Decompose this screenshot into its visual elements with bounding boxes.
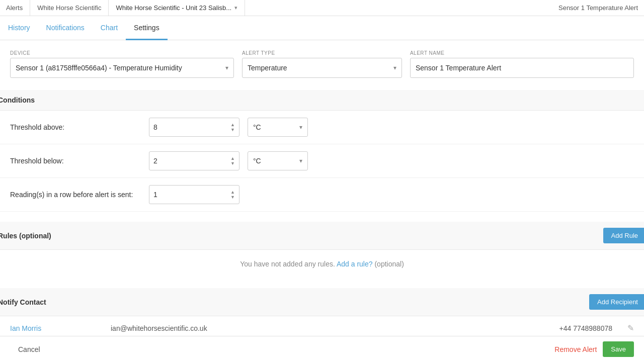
alert-type-select-arrow: ▾ [393, 64, 396, 71]
alert-name-field-group: ALERT NAME [410, 50, 634, 78]
threshold-above-down[interactable]: ▼ [230, 128, 235, 132]
tab-notifications[interactable]: Notifications [38, 17, 93, 40]
tab-settings[interactable]: Settings [126, 17, 168, 40]
alert-type-field-group: ALERT TYPE Temperature ▾ [242, 50, 402, 78]
threshold-above-label: Threshold above: [10, 123, 141, 131]
threshold-above-row: Threshold above: ▲ ▼ °C ▾ [0, 111, 644, 144]
device-select[interactable]: Sensor 1 (a81758fffe0566a4) - Temperatur… [10, 58, 234, 78]
threshold-below-row: Threshold below: ▲ ▼ °C ▾ [0, 144, 644, 178]
threshold-above-up[interactable]: ▲ [230, 123, 235, 127]
readings-row: Reading(s) in a row before alert is sent… [0, 178, 644, 212]
tab-history[interactable]: History [8, 17, 38, 40]
nav-item-alerts[interactable]: Alerts [6, 0, 30, 16]
threshold-below-label: Threshold below: [10, 157, 141, 165]
threshold-below-unit-arrow: ▾ [299, 157, 302, 164]
threshold-below-input-wrapper: ▲ ▼ [149, 151, 239, 170]
add-recipient-button[interactable]: Add Recipient [589, 294, 644, 310]
notify-header: Notify Contact Add Recipient [0, 288, 644, 316]
readings-input[interactable] [153, 191, 230, 199]
alert-type-label: ALERT TYPE [242, 50, 402, 56]
device-label: DEVICE [10, 50, 234, 56]
top-nav: Alerts White Horse Scientific White Hors… [0, 0, 644, 16]
contact-phone-ian: +44 7748988078 [527, 324, 627, 332]
rules-empty-message: You have not added any rules. Add a rule… [0, 250, 644, 278]
threshold-below-unit-select[interactable]: °C ▾ [248, 151, 308, 170]
device-field-group: DEVICE Sensor 1 (a81758fffe0566a4) - Tem… [10, 50, 234, 78]
threshold-below-up[interactable]: ▲ [230, 156, 235, 161]
threshold-above-input[interactable] [153, 123, 230, 131]
alert-name-label: ALERT NAME [410, 50, 634, 56]
remove-alert-button[interactable]: Remove Alert [554, 345, 597, 353]
nav-item-unit[interactable]: White Horse Scientific - Unit 23 Salisb.… [109, 0, 245, 16]
device-select-arrow: ▾ [225, 64, 228, 71]
edit-contact-ian[interactable]: ✎ [627, 323, 634, 333]
readings-input-wrapper: ▲ ▼ [149, 185, 239, 204]
cancel-button[interactable]: Cancel [10, 341, 48, 357]
threshold-below-input[interactable] [153, 157, 230, 165]
footer: Cancel Remove Alert Save [0, 336, 644, 362]
add-rule-link[interactable]: Add a rule? [337, 260, 373, 268]
rules-header: Rules (optional) Add Rule [0, 222, 644, 250]
nav-item-company[interactable]: White Horse Scientific [30, 0, 109, 16]
threshold-above-input-wrapper: ▲ ▼ [149, 118, 239, 137]
alert-type-select[interactable]: Temperature ▾ [242, 58, 402, 78]
threshold-below-down[interactable]: ▼ [230, 161, 235, 166]
add-rule-button[interactable]: Add Rule [603, 228, 644, 243]
readings-label: Reading(s) in a row before alert is sent… [10, 191, 141, 199]
unit-dropdown-icon: ▾ [234, 5, 237, 11]
conditions-header: Conditions [0, 90, 644, 111]
alert-name-input[interactable] [410, 58, 634, 78]
field-row: DEVICE Sensor 1 (a81758fffe0566a4) - Tem… [10, 50, 634, 78]
save-button[interactable]: Save [603, 341, 634, 357]
readings-down[interactable]: ▼ [230, 195, 235, 200]
main-content: DEVICE Sensor 1 (a81758fffe0566a4) - Tem… [0, 40, 644, 362]
conditions-section: Conditions Threshold above: ▲ ▼ °C ▾ Thr… [0, 90, 644, 212]
threshold-above-unit-arrow: ▾ [299, 124, 302, 131]
tab-chart[interactable]: Chart [93, 17, 126, 40]
contact-name-ian[interactable]: Ian Morris [10, 324, 111, 332]
readings-up[interactable]: ▲ [230, 190, 235, 195]
secondary-tabs: History Notifications Chart Settings [0, 16, 644, 40]
contact-email-ian: ian@whitehorsescientific.co.uk [111, 324, 527, 332]
threshold-above-unit-select[interactable]: °C ▾ [248, 118, 308, 137]
page-title: Sensor 1 Temperature Alert [558, 4, 638, 12]
rules-section: Rules (optional) Add Rule You have not a… [0, 222, 644, 278]
